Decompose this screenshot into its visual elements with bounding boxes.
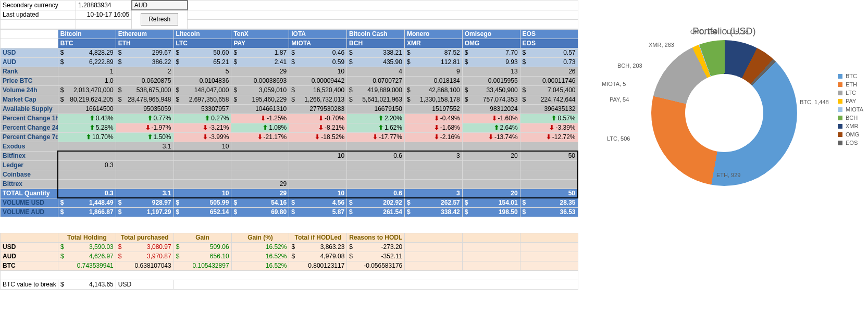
holding-cell[interactable]: [289, 142, 347, 151]
holding-cell[interactable]: [462, 142, 520, 151]
secondary-currency-value[interactable]: 1.28883934: [76, 1, 132, 10]
holding-cell[interactable]: [58, 151, 116, 160]
sum-holding: $4,626.97: [58, 252, 116, 261]
pct-cell: -0.49%: [404, 114, 462, 123]
coin-name-BTC: Bitcoin: [58, 29, 116, 39]
holding-cell[interactable]: [116, 179, 173, 189]
holding-cell[interactable]: [289, 170, 347, 179]
holding-cell[interactable]: [289, 160, 347, 170]
coin-sym-OMG: OMG: [462, 39, 520, 48]
legend-item-EOS: EOS: [838, 140, 863, 146]
cell: $5.87: [289, 207, 347, 217]
holding-cell[interactable]: [520, 160, 578, 170]
chart-label-MIOTA: MIOTA, 5: [602, 81, 626, 87]
holding-cell[interactable]: [116, 170, 173, 179]
cell: $1.87: [231, 48, 289, 57]
holding-cell[interactable]: [404, 179, 462, 189]
sum-header: Gain (%): [231, 233, 289, 242]
holding-cell[interactable]: [520, 179, 578, 189]
holding-cell[interactable]: [347, 179, 405, 189]
holding-cell[interactable]: [462, 170, 520, 179]
legend-item-ETH: ETH: [838, 81, 863, 88]
cell: 1: [58, 67, 116, 76]
cell: $1,197.29: [116, 207, 173, 217]
holding-cell[interactable]: [173, 160, 231, 170]
row-label: Volume 24h: [1, 85, 58, 95]
pct-cell: -1.97%: [116, 123, 173, 132]
cell: $198.50: [462, 207, 520, 217]
holding-cell[interactable]: [347, 160, 405, 170]
sum-header: Total purchased: [116, 233, 173, 242]
holding-cell[interactable]: [173, 179, 231, 189]
holding-cell[interactable]: 10: [173, 142, 231, 151]
holding-cell[interactable]: [231, 142, 289, 151]
sum-reasons: $-352.11: [347, 252, 405, 261]
cell: $1,330,158,178: [404, 95, 462, 104]
cell: 0.3: [58, 189, 116, 198]
refresh-button[interactable]: Refresh: [141, 13, 178, 26]
break-even-cur: USD: [116, 280, 173, 289]
cell: $2,013,470,000: [58, 85, 116, 95]
cell: 98312024: [462, 104, 520, 114]
holding-cell[interactable]: [462, 160, 520, 170]
holding-cell[interactable]: [347, 170, 405, 179]
sum-header: Reasons to HODL: [347, 233, 405, 242]
coin-sym-BCH: BCH: [347, 39, 405, 48]
holding-cell[interactable]: [231, 151, 289, 160]
cell: 95035059: [116, 104, 173, 114]
holding-cell[interactable]: [58, 142, 116, 151]
cell: $1,866.87: [58, 207, 116, 217]
coin-name-PAY: TenX: [231, 29, 289, 39]
holding-cell[interactable]: [173, 170, 231, 179]
coin-name-LTC: Litecoin: [173, 29, 231, 39]
cell: 0.018134: [404, 76, 462, 85]
holding-cell[interactable]: [520, 170, 578, 179]
cell: $261.54: [347, 207, 405, 217]
holding-cell[interactable]: [347, 142, 405, 151]
holding-cell[interactable]: [116, 160, 173, 170]
holding-cell[interactable]: [404, 142, 462, 151]
pct-cell: -3.21%: [173, 123, 231, 132]
pct-cell: 10.70%: [58, 132, 116, 142]
cell: 0.0104836: [173, 76, 231, 85]
row-label: Rank: [1, 67, 58, 76]
legend-item-LTC: LTC: [838, 90, 863, 96]
holding-cell[interactable]: [404, 170, 462, 179]
coin-name-XMR: Monero: [404, 29, 462, 39]
holding-cell[interactable]: 10: [289, 151, 347, 160]
holding-cell[interactable]: [231, 170, 289, 179]
holding-cell[interactable]: 29: [231, 179, 289, 189]
holding-cell[interactable]: [289, 179, 347, 189]
secondary-currency-code[interactable]: AUD: [132, 1, 188, 10]
row-label-VOLUME USD: VOLUME USD: [1, 198, 58, 207]
holding-cell[interactable]: [58, 170, 116, 179]
pct-cell: -1.60%: [462, 114, 520, 123]
cell: $928.97: [116, 198, 173, 207]
chart-label-ETH: ETH, 929: [716, 172, 740, 178]
holding-cell[interactable]: [58, 179, 116, 189]
pct-cell: 1.62%: [347, 123, 405, 132]
holding-cell[interactable]: 20: [462, 151, 520, 160]
holding-cell[interactable]: [462, 179, 520, 189]
chart-label-OMG: OMG, 154: [690, 29, 717, 35]
coin-table: BitcoinEthereumLitecoinTenXIOTABitcoin C…: [0, 29, 578, 217]
cell: $0.73: [520, 57, 578, 67]
chart-label-BTC: BTC, 1,448: [800, 99, 829, 105]
holding-cell[interactable]: 3.1: [116, 142, 173, 151]
holding-cell[interactable]: 3: [404, 151, 462, 160]
holding-cell[interactable]: 0.6: [347, 151, 405, 160]
holding-cell[interactable]: [116, 151, 173, 160]
sum-reasons: $-273.20: [347, 242, 405, 252]
cell: 10: [173, 189, 231, 198]
holding-cell[interactable]: 0.3: [58, 160, 116, 170]
holding-cell[interactable]: [173, 151, 231, 160]
holding-cell[interactable]: [231, 160, 289, 170]
holding-cell[interactable]: [520, 142, 578, 151]
last-updated-value: 10-10-17 16:05: [76, 10, 132, 19]
cell: $435.90: [347, 57, 405, 67]
cell: $7.70: [462, 48, 520, 57]
cell: 13: [462, 67, 520, 76]
holding-cell[interactable]: 50: [520, 151, 578, 160]
top-info: Secondary currency 1.28883934 AUD Last u…: [0, 0, 578, 29]
holding-cell[interactable]: [404, 160, 462, 170]
